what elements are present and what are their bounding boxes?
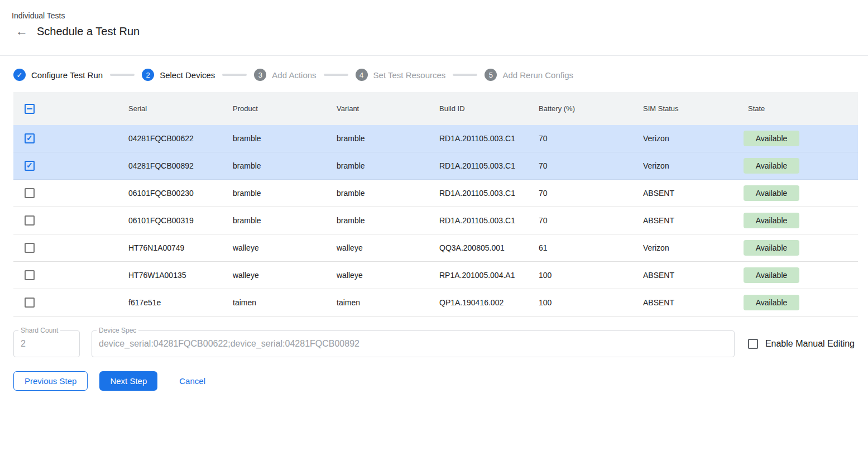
device-row[interactable]: 06101FQCB00230 bramble bramble RD1A.2011…	[13, 180, 858, 207]
cancel-button[interactable]: Cancel	[169, 371, 216, 391]
device-table: Serial Product Variant Build ID Battery …	[13, 92, 858, 316]
cell-variant: bramble	[323, 161, 426, 170]
cell-build-id: QP1A.190416.002	[426, 298, 525, 307]
enable-manual-editing-label: Enable Manual Editing	[765, 339, 855, 349]
column-header-variant: Variant	[323, 104, 426, 113]
state-badge: Available	[744, 267, 799, 283]
step-number-badge: 2	[142, 69, 154, 81]
cell-build-id: RD1A.201105.003.C1	[426, 134, 525, 143]
cell-sim-status: ABSENT	[630, 298, 735, 307]
stepper-step-3[interactable]: 3 Add Actions	[254, 69, 316, 81]
step-number-badge: 5	[485, 69, 497, 81]
cell-product: bramble	[219, 189, 323, 198]
device-row[interactable]: 06101FQCB00319 bramble bramble RD1A.2011…	[13, 207, 858, 234]
back-arrow-icon[interactable]: ←	[15, 25, 28, 38]
step-label: Add Actions	[272, 70, 316, 80]
column-header-battery: Battery (%)	[525, 104, 630, 113]
cell-build-id: RP1A.201005.004.A1	[426, 271, 525, 280]
shard-count-field[interactable]: Shard Count 2	[13, 330, 80, 357]
step-connector	[324, 74, 348, 76]
cell-product: bramble	[219, 216, 323, 225]
step-number-badge: 4	[356, 69, 368, 81]
select-all-checkbox[interactable]	[25, 104, 35, 114]
row-checkbox[interactable]	[25, 243, 35, 253]
cell-serial: 06101FQCB00319	[115, 216, 219, 225]
cell-variant: bramble	[323, 189, 426, 198]
cell-serial: HT76N1A00749	[115, 243, 219, 252]
cell-product: bramble	[219, 134, 323, 143]
table-body: 04281FQCB00622 bramble bramble RD1A.2011…	[13, 125, 858, 316]
enable-manual-editing-toggle[interactable]: Enable Manual Editing	[748, 339, 855, 349]
cell-battery: 70	[525, 189, 630, 198]
cell-build-id: QQ3A.200805.001	[426, 243, 525, 252]
stepper-step-2[interactable]: 2 Select Devices	[142, 69, 215, 81]
device-spec-field[interactable]: Device Spec device_serial:04281FQCB00622…	[92, 330, 735, 357]
row-checkbox[interactable]	[25, 270, 35, 280]
cell-battery: 70	[525, 161, 630, 170]
cell-build-id: RD1A.201105.003.C1	[426, 189, 525, 198]
cell-sim-status: ABSENT	[630, 189, 735, 198]
cell-battery: 100	[525, 271, 630, 280]
step-label: Set Test Resources	[373, 70, 446, 80]
step-label: Add Rerun Configs	[502, 70, 573, 80]
step-number-badge: ✓	[13, 69, 26, 81]
cell-build-id: RD1A.201105.003.C1	[426, 161, 525, 170]
state-badge: Available	[744, 185, 799, 201]
page-header: Individual Tests ← Schedule a Test Run	[0, 0, 868, 56]
device-row[interactable]: f617e51e taimen taimen QP1A.190416.002 1…	[13, 289, 858, 316]
cell-sim-status: Verizon	[630, 161, 735, 170]
column-header-state: State	[735, 104, 858, 113]
column-header-product: Product	[219, 104, 323, 113]
device-row[interactable]: HT76W1A00135 walleye walleye RP1A.201005…	[13, 262, 858, 289]
device-spec-value[interactable]: device_serial:04281FQCB00622;device_seri…	[92, 331, 734, 349]
row-checkbox[interactable]	[25, 215, 35, 226]
breadcrumb: Individual Tests	[12, 11, 868, 20]
state-badge: Available	[744, 295, 799, 310]
shard-count-label: Shard Count	[18, 327, 60, 334]
row-checkbox[interactable]	[25, 161, 35, 171]
cell-serial: 04281FQCB00892	[115, 161, 219, 170]
cell-sim-status: Verizon	[630, 243, 735, 252]
state-badge: Available	[744, 131, 799, 146]
cell-battery: 70	[525, 216, 630, 225]
state-badge: Available	[744, 213, 799, 228]
cell-product: bramble	[219, 161, 323, 170]
device-row[interactable]: 04281FQCB00892 bramble bramble RD1A.2011…	[13, 152, 858, 180]
page-title: Schedule a Test Run	[37, 25, 140, 38]
cell-serial: HT76W1A00135	[115, 271, 219, 280]
cell-variant: taimen	[323, 298, 426, 307]
cell-serial: f617e51e	[115, 298, 219, 307]
stepper-step-1[interactable]: ✓ Configure Test Run	[13, 69, 103, 81]
form-row: Shard Count 2 Device Spec device_serial:…	[13, 330, 855, 357]
step-connector	[110, 74, 135, 76]
cell-sim-status: ABSENT	[630, 216, 735, 225]
step-label: Select Devices	[160, 70, 215, 80]
cell-variant: walleye	[323, 271, 426, 280]
cell-variant: walleye	[323, 243, 426, 252]
state-badge: Available	[744, 158, 799, 174]
cell-variant: bramble	[323, 134, 426, 143]
device-row[interactable]: HT76N1A00749 walleye walleye QQ3A.200805…	[13, 234, 858, 262]
cell-product: walleye	[219, 271, 323, 280]
stepper-step-5[interactable]: 5 Add Rerun Configs	[485, 69, 573, 81]
column-header-sim-status: SIM Status	[630, 104, 735, 113]
row-checkbox[interactable]	[25, 298, 35, 308]
device-row[interactable]: 04281FQCB00622 bramble bramble RD1A.2011…	[13, 125, 858, 152]
stepper: ✓ Configure Test Run 2 Select Devices 3 …	[13, 69, 868, 81]
row-checkbox[interactable]	[25, 188, 35, 198]
stepper-step-4[interactable]: 4 Set Test Resources	[356, 69, 446, 81]
cell-variant: bramble	[323, 216, 426, 225]
previous-step-button[interactable]: Previous Step	[13, 371, 88, 391]
cell-product: taimen	[219, 298, 323, 307]
table-header-row: Serial Product Variant Build ID Battery …	[13, 92, 858, 125]
row-checkbox[interactable]	[25, 133, 35, 143]
actions-row: Previous Step Next Step Cancel	[13, 371, 868, 391]
column-header-serial: Serial	[115, 104, 219, 113]
cell-battery: 61	[525, 243, 630, 252]
cell-battery: 70	[525, 134, 630, 143]
step-connector	[453, 74, 477, 76]
state-badge: Available	[744, 240, 799, 256]
column-header-build-id: Build ID	[426, 104, 525, 113]
next-step-button[interactable]: Next Step	[99, 371, 157, 391]
enable-manual-editing-checkbox[interactable]	[748, 339, 758, 349]
